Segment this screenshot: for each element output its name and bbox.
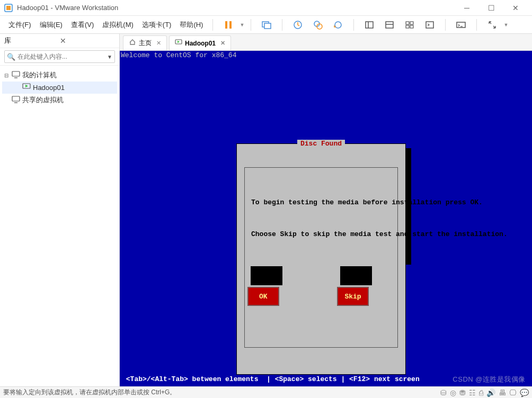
skip-button[interactable]: Skip: [337, 287, 369, 306]
stretch-dropdown[interactable]: ▼: [503, 22, 508, 28]
menu-file[interactable]: 文件(F): [5, 18, 34, 32]
tab-home[interactable]: 主页 ✕: [123, 35, 167, 50]
ok-button-label: OK: [259, 293, 268, 301]
computer-icon: [12, 71, 20, 80]
device-printer-icon[interactable]: 🖶: [499, 388, 506, 397]
tab-vm-label: Hadoop01: [185, 40, 216, 47]
search-input[interactable]: [17, 53, 107, 60]
fullscreen-button[interactable]: [421, 17, 439, 33]
menubar: 文件(F) 编辑(E) 查看(V) 虚拟机(M) 选项卡(T) 帮助(H) ▼ …: [0, 16, 532, 34]
svg-rect-12: [386, 22, 393, 28]
svg-rect-14: [406, 22, 409, 24]
separator: [212, 19, 213, 31]
device-display-icon[interactable]: 🖵: [509, 388, 517, 397]
menu-view[interactable]: 查看(V): [68, 18, 97, 32]
svg-rect-10: [366, 22, 373, 28]
disc-found-dialog: Disc Found To begin testing the media be…: [236, 143, 406, 375]
revert-snapshot-button[interactable]: [329, 17, 347, 33]
svg-rect-16: [406, 25, 409, 28]
pause-dropdown[interactable]: ▼: [240, 22, 244, 28]
vm-tab-icon: [175, 39, 182, 48]
tab-home-label: 主页: [139, 39, 152, 48]
pause-button[interactable]: [219, 17, 237, 33]
library-title: 库: [4, 36, 60, 46]
titlebar: Hadoop01 - VMware Workstation ─ ☐ ✕: [0, 0, 532, 16]
status-device-icons: ⛁ ◎ ⛃ ☷ ⎙ 🔊 🖶 🖵 💬: [440, 388, 529, 397]
svg-rect-5: [264, 23, 271, 29]
svg-rect-21: [12, 71, 20, 76]
menu-vm[interactable]: 虚拟机(M): [99, 18, 137, 32]
watermark: CSDN @连胜是我偶像: [453, 375, 526, 384]
device-hdd2-icon[interactable]: ⛃: [459, 388, 466, 397]
separator: [282, 19, 282, 31]
device-sound-icon[interactable]: 🔊: [486, 388, 495, 397]
library-search[interactable]: 🔍 ▼: [4, 50, 115, 63]
tree-my-computer[interactable]: ⊟ 我的计算机: [2, 69, 117, 82]
dialog-text-2: Choose Skip to skip the media test and s…: [251, 230, 391, 239]
close-library-button[interactable]: ✕: [60, 37, 116, 45]
svg-rect-17: [410, 25, 413, 28]
view-thumbnail-button[interactable]: [401, 17, 419, 33]
library-search-row: 🔍 ▼: [0, 48, 119, 66]
device-net-icon[interactable]: ☷: [469, 388, 476, 397]
view-single-button[interactable]: [360, 17, 378, 33]
tree-vm-hadoop01[interactable]: Hadoop01: [2, 82, 117, 94]
maximize-button[interactable]: ☐: [479, 0, 503, 16]
view-console-button[interactable]: [380, 17, 398, 33]
tree-shared-vms[interactable]: 共享的虚拟机: [2, 94, 117, 106]
statusbar: 要将输入定向到该虚拟机，请在虚拟机内部单击或按 Ctrl+G。 ⛁ ◎ ⛃ ☷ …: [0, 386, 532, 398]
tree-vm-label: Hadoop01: [33, 84, 65, 92]
library-header: 库 ✕: [0, 34, 119, 48]
send-ctrl-alt-del-button[interactable]: [258, 17, 276, 33]
search-dropdown-icon[interactable]: ▼: [107, 54, 112, 60]
menu-help[interactable]: 帮助(H): [176, 18, 206, 32]
snapshot-manager-button[interactable]: [309, 17, 327, 33]
separator: [476, 19, 477, 31]
console-welcome-text: Welcome to CentOS for x86_64: [120, 51, 237, 60]
close-button[interactable]: ✕: [503, 0, 528, 16]
tree-shared-label: 共享的虚拟机: [22, 95, 64, 105]
svg-rect-1: [6, 6, 11, 10]
tab-home-close[interactable]: ✕: [156, 40, 161, 47]
home-icon: [129, 39, 136, 48]
search-icon: 🔍: [7, 53, 15, 61]
window-title: Hadoop01 - VMware Workstation: [17, 4, 455, 12]
skip-button-label: Skip: [344, 293, 361, 301]
dialog-buttons: OK Skip: [251, 263, 391, 322]
tab-vm[interactable]: Hadoop01 ✕: [169, 35, 231, 50]
vm-console[interactable]: Welcome to CentOS for x86_64 Disc Found …: [120, 51, 532, 386]
tab-vm-close[interactable]: ✕: [220, 40, 225, 47]
device-message-icon[interactable]: 💬: [520, 388, 529, 397]
svg-rect-15: [410, 22, 413, 24]
device-usb-icon[interactable]: ⎙: [479, 388, 483, 397]
vm-area: 主页 ✕ Hadoop01 ✕ Welcome to CentOS for x8…: [120, 34, 532, 386]
app-icon: [4, 4, 13, 12]
dialog-text-1: To begin testing the media before instal…: [251, 198, 391, 207]
library-pane: 库 ✕ 🔍 ▼ ⊟ 我的计算机 Hadoop01 共享的虚拟机: [0, 34, 120, 386]
skip-button-shadow: [340, 266, 372, 285]
vm-tabs-row: 主页 ✕ Hadoop01 ✕: [120, 34, 532, 51]
ok-button-shadow: [251, 266, 282, 285]
svg-rect-2: [225, 21, 227, 29]
status-text: 要将输入定向到该虚拟机，请在虚拟机内部单击或按 Ctrl+G。: [3, 388, 440, 397]
stretch-button[interactable]: [483, 17, 501, 33]
tree-my-computer-label: 我的计算机: [22, 70, 57, 80]
unity-button[interactable]: [452, 17, 470, 33]
menu-edit[interactable]: 编辑(E): [37, 18, 66, 32]
snapshot-button[interactable]: [289, 17, 307, 33]
separator: [353, 19, 354, 31]
device-cd-icon[interactable]: ◎: [450, 388, 456, 397]
svg-rect-24: [12, 96, 20, 101]
menu-tabs[interactable]: 选项卡(T): [139, 18, 175, 32]
content-row: 库 ✕ 🔍 ▼ ⊟ 我的计算机 Hadoop01 共享的虚拟机: [0, 34, 532, 386]
expand-icon[interactable]: ⊟: [4, 73, 10, 78]
library-tree: ⊟ 我的计算机 Hadoop01 共享的虚拟机: [0, 66, 119, 110]
separator: [251, 19, 251, 31]
minimize-button[interactable]: ─: [455, 0, 479, 16]
vm-running-icon: [22, 83, 31, 92]
dialog-title: Disc Found: [297, 140, 345, 148]
svg-rect-3: [229, 21, 232, 29]
separator: [445, 19, 446, 31]
ok-button[interactable]: OK: [247, 287, 279, 306]
device-hdd-icon[interactable]: ⛁: [440, 388, 447, 397]
